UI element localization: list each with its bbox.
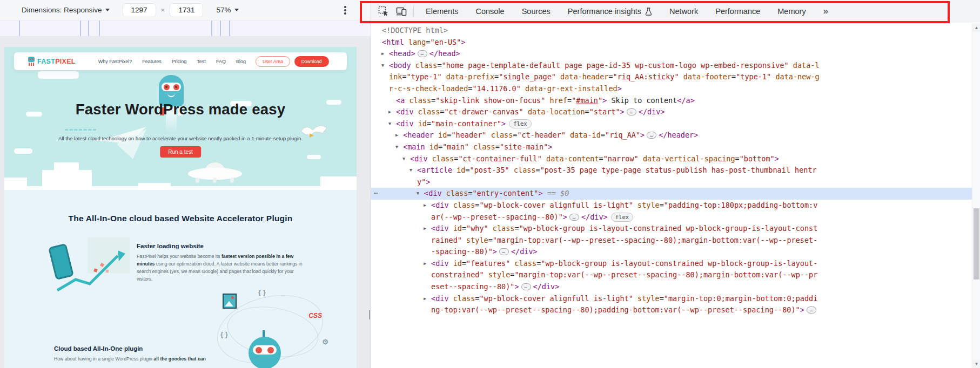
code-token: class bbox=[453, 201, 475, 209]
tab-elements[interactable]: Elements bbox=[417, 0, 467, 23]
collapse-chevron-icon[interactable]: ▼ bbox=[395, 141, 398, 153]
device-emulation-pane: Dimensions: Responsive × 57% bbox=[0, 0, 371, 368]
dom-node-row[interactable]: ▶<div id="why" class="wp-block-group is-… bbox=[371, 223, 972, 258]
code-token: "wp-block-cover alignfull is-light" bbox=[479, 201, 633, 209]
collapse-chevron-icon[interactable]: ▼ bbox=[381, 60, 384, 72]
code-token: = bbox=[488, 236, 493, 244]
dom-node-row[interactable]: <html lang="en-US"> bbox=[371, 37, 972, 49]
expand-inline-icon[interactable]: … bbox=[807, 306, 816, 314]
tab-sources[interactable]: Sources bbox=[513, 0, 559, 23]
viewport-width-input[interactable] bbox=[123, 3, 156, 17]
dom-node-row[interactable]: ▼⋯<div class="entry-content"> == $0 bbox=[371, 188, 972, 200]
dashed-trail-decoration bbox=[65, 129, 96, 131]
flex-badge[interactable]: flex bbox=[509, 119, 531, 128]
tab-network[interactable]: Network bbox=[661, 0, 707, 23]
code-token: "en-US" bbox=[430, 38, 461, 46]
flex-badge[interactable]: flex bbox=[611, 213, 633, 222]
more-actions-icon[interactable]: ⋯ bbox=[374, 188, 378, 200]
code-token: "type-1" bbox=[407, 72, 442, 81]
collapse-chevron-icon[interactable]: ▼ bbox=[410, 165, 412, 176]
inspect-element-icon[interactable] bbox=[378, 6, 389, 17]
zoom-dropdown[interactable]: 57% bbox=[216, 6, 231, 14]
code-token: "post-35" bbox=[470, 166, 509, 174]
site-features-section: The All-In-One cloud based Website Accel… bbox=[4, 190, 357, 368]
dom-node-row[interactable]: ▶<header id="header" class="ct-header" d… bbox=[371, 130, 972, 141]
scroll-down-icon[interactable]: ▼ bbox=[972, 359, 980, 368]
site-nav-link[interactable]: Pricing bbox=[172, 59, 187, 64]
site-nav-link[interactable]: Test bbox=[197, 59, 206, 64]
expand-inline-icon[interactable]: … bbox=[418, 50, 427, 57]
expand-chevron-icon[interactable]: ▶ bbox=[395, 130, 398, 141]
code-token: id bbox=[418, 119, 427, 128]
devtools-scrollbar[interactable]: ▲ ▼ bbox=[972, 23, 980, 368]
user-area-button[interactable]: User Area bbox=[256, 56, 290, 67]
expand-chevron-icon[interactable]: ▶ bbox=[424, 223, 426, 235]
code-token bbox=[509, 166, 514, 174]
fastpixel-logo[interactable]: FASTPIXEL bbox=[28, 57, 76, 66]
expand-inline-icon[interactable]: … bbox=[647, 132, 656, 139]
code-token: = bbox=[660, 294, 664, 303]
dom-node-row[interactable]: ▶<div class="ct-drawer-canvas" data-loca… bbox=[371, 106, 972, 118]
site-nav-link[interactable]: Blog bbox=[236, 59, 246, 64]
expand-chevron-icon[interactable]: ▶ bbox=[381, 48, 384, 60]
code-token: </div> bbox=[581, 213, 608, 221]
dom-node-row[interactable]: ▶<div class="wp-block-cover alignfull is… bbox=[371, 200, 972, 223]
expand-inline-icon[interactable]: … bbox=[627, 108, 636, 115]
dom-node-row[interactable]: ▶<head>…</head> bbox=[371, 48, 972, 60]
collapse-chevron-icon[interactable]: ▼ bbox=[388, 118, 391, 130]
device-toolbar-menu-icon[interactable] bbox=[341, 5, 349, 16]
code-token: "skip-link show-on-focus" bbox=[435, 96, 545, 105]
expand-chevron-icon[interactable]: ▶ bbox=[424, 293, 426, 305]
dimensions-dropdown[interactable]: Dimensions: Responsive bbox=[22, 6, 102, 14]
code-token: </head> bbox=[429, 49, 460, 58]
download-button[interactable]: Download bbox=[294, 56, 329, 67]
scroll-up-icon[interactable]: ▲ bbox=[972, 23, 980, 32]
code-token: "start" bbox=[589, 107, 620, 116]
dom-node-row[interactable]: ▶<div class="wp-block-cover alignfull is… bbox=[371, 293, 972, 316]
code-token bbox=[414, 119, 418, 128]
expand-inline-icon[interactable]: … bbox=[521, 283, 531, 290]
site-nav-link[interactable]: Why FastPixel? bbox=[98, 59, 132, 64]
collapse-chevron-icon[interactable]: ▼ bbox=[417, 188, 419, 200]
dom-node-row[interactable]: ▼<div class="ct-container-full" data-con… bbox=[371, 153, 972, 165]
code-token: > bbox=[461, 38, 465, 46]
run-a-test-button[interactable]: Run a test bbox=[160, 146, 201, 158]
tab-performance[interactable]: Performance bbox=[707, 0, 769, 23]
scrollbar-thumb[interactable] bbox=[974, 208, 979, 280]
code-token: > bbox=[620, 107, 625, 116]
media-query-bar[interactable] bbox=[0, 21, 371, 37]
tab-memory[interactable]: Memory bbox=[769, 0, 814, 23]
expand-inline-icon[interactable]: … bbox=[569, 214, 579, 221]
code-token: "main" bbox=[442, 142, 469, 151]
expand-inline-icon[interactable]: … bbox=[499, 248, 509, 255]
tab-console[interactable]: Console bbox=[467, 0, 513, 23]
code-token bbox=[414, 107, 418, 116]
dom-node-row[interactable]: ▼<main id="main" class="site-main"> bbox=[371, 141, 972, 153]
dom-node-row[interactable]: ▶<div id="features" class="wp-block-grou… bbox=[371, 258, 972, 293]
code-token: Skip to content bbox=[607, 96, 677, 105]
code-token: > bbox=[548, 142, 552, 151]
collapse-chevron-icon[interactable]: ▼ bbox=[402, 153, 405, 165]
feature-1-block: Faster loading website FastPixel helps y… bbox=[137, 243, 308, 283]
code-token bbox=[789, 61, 793, 70]
dom-node-row[interactable]: ▼<div id="main-container">flex bbox=[371, 118, 972, 130]
viewport-height-input[interactable] bbox=[170, 3, 203, 17]
more-tabs-icon[interactable]: » bbox=[823, 6, 828, 17]
dom-node-row[interactable]: ▼<body class="home page-template-default… bbox=[371, 60, 972, 95]
feature-2-block: Cloud based All-In-One plugin How about … bbox=[54, 345, 221, 363]
dom-node-row[interactable]: <!DOCTYPE html> bbox=[371, 25, 972, 37]
dom-node-row[interactable]: ▼<article id="post-35" class="post-35 pa… bbox=[371, 165, 972, 188]
code-token bbox=[486, 131, 491, 139]
tabbar-separator bbox=[413, 6, 414, 17]
expand-chevron-icon[interactable]: ▶ bbox=[424, 258, 426, 270]
toggle-device-toolbar-icon[interactable] bbox=[396, 6, 407, 17]
site-nav-link[interactable]: Features bbox=[142, 59, 162, 64]
expand-chevron-icon[interactable]: ▶ bbox=[388, 106, 391, 118]
site-nav-link[interactable]: FAQ bbox=[216, 59, 226, 64]
code-token bbox=[434, 131, 438, 139]
expand-chevron-icon[interactable]: ▶ bbox=[424, 200, 426, 212]
code-token: > bbox=[640, 131, 645, 139]
tab-performance-insights[interactable]: Performance insights bbox=[559, 0, 661, 23]
code-token: "riq_AA:sticky" bbox=[613, 72, 679, 81]
dom-node-row[interactable]: <a class="skip-link show-on-focus" href=… bbox=[371, 95, 972, 107]
